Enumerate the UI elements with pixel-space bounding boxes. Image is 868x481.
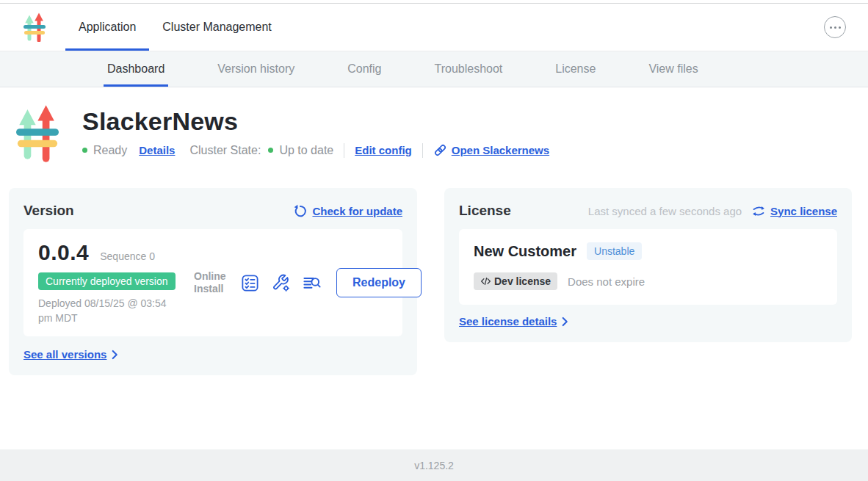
version-card-title: Version (23, 203, 74, 219)
app-header: SlackerNews Ready Details Cluster State:… (0, 87, 868, 162)
tab-license[interactable]: License (551, 51, 599, 87)
channel-badge: Unstable (587, 242, 642, 260)
deployed-badge: Currently deployed version (38, 272, 176, 290)
tab-view-files[interactable]: View files (645, 51, 701, 87)
app-logo-nav[interactable] (23, 12, 46, 42)
admin-console-page: Application Cluster Management Dashboard… (0, 0, 868, 481)
tab-config[interactable]: Config (344, 51, 385, 87)
license-expiry: Does not expire (568, 275, 645, 288)
app-status-row: Ready Details Cluster State: Up to date … (82, 143, 549, 158)
current-version-panel: 0.0.4 Sequence 0 Currently deployed vers… (23, 229, 402, 336)
app-status-label: Ready (93, 144, 127, 157)
ellipsis-icon (830, 26, 841, 29)
cluster-state-value: Up to date (279, 144, 333, 157)
see-license-details-label: See license details (459, 315, 557, 328)
link-chain-icon (433, 143, 447, 157)
page-title: SlackerNews (82, 108, 549, 135)
check-for-update-label: Check for update (312, 205, 402, 217)
chevron-right-icon (112, 350, 118, 360)
preflight-checklist-icon (240, 273, 260, 293)
slackernews-logo-icon (23, 12, 46, 42)
app-subnav: Dashboard Version history Config Trouble… (0, 51, 868, 87)
edit-config-button[interactable] (270, 272, 291, 293)
see-all-versions-label: See all versions (23, 348, 106, 361)
tab-dashboard[interactable]: Dashboard (104, 51, 168, 87)
app-status-dot-icon (82, 148, 87, 153)
install-type-label: Online Install (194, 270, 229, 296)
slackernews-logo-large-icon (16, 104, 59, 162)
primary-tabs: Application Cluster Management (65, 4, 285, 51)
last-synced-label: Last synced a few seconds ago (588, 205, 742, 217)
dashboard-cards: Version Check for update 0.0.4 Sequ (9, 188, 852, 375)
console-version-label: v1.125.2 (414, 460, 454, 471)
divider (344, 143, 344, 158)
primary-nav: Application Cluster Management (0, 4, 868, 51)
chevron-right-icon (562, 317, 568, 327)
wrench-gear-icon (271, 273, 291, 293)
open-app-label: Open Slackernews (452, 144, 549, 156)
tab-version-history[interactable]: Version history (214, 51, 298, 87)
license-card: License Last synced a few seconds ago (444, 188, 852, 342)
license-panel: New Customer Unstable Dev license (459, 229, 837, 305)
logs-search-icon (302, 273, 322, 293)
sync-license-label: Sync license (770, 205, 837, 217)
preflight-checks-button[interactable] (239, 272, 260, 293)
cluster-state-label: Cluster State: (189, 144, 261, 157)
check-for-update-link[interactable]: Check for update (293, 204, 402, 218)
license-type-badge: Dev license (474, 272, 557, 290)
version-number: 0.0.4 (38, 240, 89, 265)
nav-right (824, 16, 846, 38)
sync-arrows-icon (752, 205, 765, 217)
refresh-icon (293, 204, 307, 218)
code-icon (480, 277, 491, 286)
version-card: Version Check for update 0.0.4 Sequ (9, 188, 417, 375)
see-license-details-link[interactable]: See license details (459, 315, 837, 328)
edit-config-link[interactable]: Edit config (355, 144, 412, 156)
tab-troubleshoot[interactable]: Troubleshoot (430, 51, 506, 87)
details-link[interactable]: Details (139, 144, 175, 156)
redeploy-button[interactable]: Redeploy (336, 268, 422, 297)
sync-license-link[interactable]: Sync license (752, 205, 837, 217)
content-spacer (0, 375, 868, 449)
tab-cluster-management[interactable]: Cluster Management (149, 4, 285, 51)
deploy-logs-button[interactable] (301, 272, 322, 293)
license-type-label: Dev license (494, 275, 551, 287)
customer-name: New Customer (474, 243, 576, 260)
license-card-title: License (459, 203, 511, 219)
more-menu-button[interactable] (824, 16, 846, 38)
sequence-label: Sequence 0 (100, 250, 155, 262)
deployed-timestamp: Deployed 08/15/25 @ 03:54 pm MDT (38, 297, 181, 325)
divider (422, 143, 423, 158)
footer: v1.125.2 (0, 449, 868, 481)
open-app-link[interactable]: Open Slackernews (433, 143, 549, 157)
tab-application[interactable]: Application (65, 4, 149, 51)
cluster-state-dot-icon (268, 148, 273, 153)
see-all-versions-link[interactable]: See all versions (23, 348, 402, 361)
